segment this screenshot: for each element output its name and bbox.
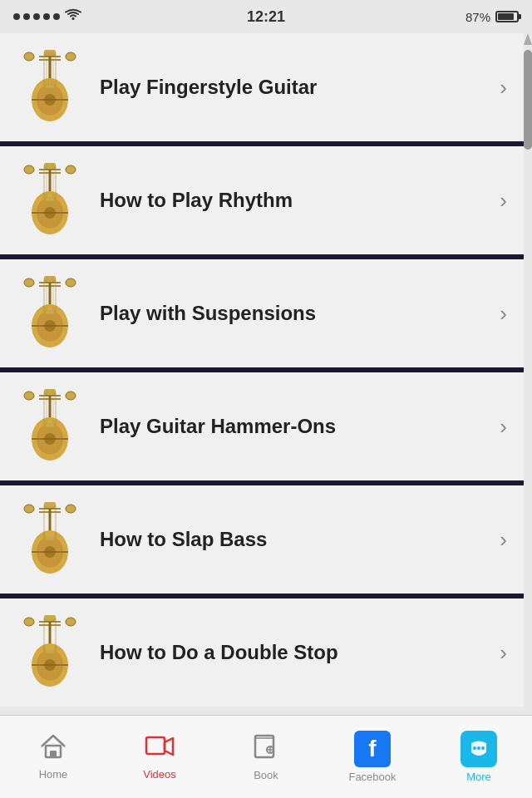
status-bar: 12:21 87% (0, 0, 532, 33)
item-title-5: How to Slap Bass (100, 526, 491, 552)
svg-point-31 (24, 165, 34, 174)
svg-rect-26 (46, 197, 54, 201)
time-display: 12:21 (247, 8, 285, 26)
scrollbar[interactable] (524, 33, 532, 715)
dot-4 (43, 13, 50, 20)
item-title-3: Play with Suspensions (100, 300, 491, 326)
list-item[interactable]: How to Slap Bass › (0, 485, 524, 594)
chevron-icon-4: › (500, 414, 507, 440)
tab-videos[interactable]: Videos (106, 716, 213, 798)
svg-point-61 (24, 392, 34, 400)
guitar-thumbnail (17, 159, 83, 242)
dot-1 (13, 13, 20, 20)
facebook-icon: f (354, 731, 391, 767)
svg-rect-34 (44, 276, 56, 283)
signal-dots (13, 13, 60, 20)
guitar-thumbnail (17, 611, 83, 694)
svg-rect-91 (146, 737, 165, 754)
svg-point-17 (66, 52, 76, 61)
battery-fill (498, 13, 514, 20)
svg-point-87 (24, 618, 34, 626)
svg-rect-77 (44, 615, 56, 622)
tab-facebook-label: Facebook (348, 771, 396, 783)
svg-rect-41 (46, 310, 54, 314)
svg-rect-84 (46, 649, 54, 653)
svg-rect-2 (44, 50, 56, 57)
list-container: Play Fingerstyle Guitar › (0, 33, 524, 715)
chevron-icon-3: › (500, 301, 507, 327)
svg-point-46 (24, 278, 34, 287)
battery-percentage: 87% (466, 10, 490, 24)
tab-bar: Home Videos Book f Facebook (0, 715, 532, 798)
tab-facebook[interactable]: f Facebook (319, 716, 426, 798)
svg-point-99 (481, 746, 485, 750)
svg-point-97 (473, 746, 476, 750)
svg-rect-19 (44, 163, 56, 170)
svg-rect-56 (46, 423, 54, 427)
more-icon (461, 731, 497, 767)
svg-rect-9 (46, 84, 54, 88)
tab-book[interactable]: Book (213, 716, 319, 798)
svg-point-98 (477, 746, 480, 750)
list-item[interactable]: How to Play Rhythm › (0, 146, 524, 254)
item-title-2: How to Play Rhythm (100, 187, 491, 213)
scroll-thumb[interactable] (524, 50, 532, 150)
dot-3 (33, 13, 40, 20)
book-icon (253, 733, 279, 766)
chevron-icon-6: › (500, 640, 507, 666)
tab-home[interactable]: Home (0, 716, 106, 798)
signal-area (13, 8, 81, 26)
svg-rect-71 (46, 536, 54, 540)
tab-videos-label: Videos (143, 768, 176, 781)
svg-point-47 (66, 278, 76, 287)
svg-point-16 (24, 52, 34, 61)
item-title-1: Play Fingerstyle Guitar (100, 74, 491, 100)
svg-point-0 (72, 17, 75, 20)
svg-point-74 (24, 505, 34, 513)
tab-book-label: Book (254, 769, 278, 781)
list-item[interactable]: Play Guitar Hammer-Ons › (0, 372, 524, 480)
guitar-thumbnail (17, 46, 83, 129)
guitar-thumbnail (17, 385, 83, 468)
svg-point-75 (66, 505, 76, 513)
videos-icon (145, 734, 175, 765)
guitar-thumbnail (17, 498, 83, 581)
svg-rect-49 (44, 389, 56, 396)
chevron-icon-5: › (500, 527, 507, 553)
list-item[interactable]: Play with Suspensions › (0, 259, 524, 367)
list-item[interactable]: How to Do a Double Stop › (0, 598, 524, 707)
dot-5 (53, 13, 60, 20)
wifi-icon (65, 8, 81, 26)
guitar-thumbnail (17, 272, 83, 355)
svg-point-62 (66, 392, 76, 400)
tab-more-label: More (466, 771, 491, 783)
tab-home-label: Home (39, 768, 68, 781)
list-item[interactable]: Play Fingerstyle Guitar › (0, 33, 524, 141)
tab-more[interactable]: More (426, 716, 532, 798)
battery-area: 87% (466, 10, 519, 24)
svg-rect-64 (44, 502, 56, 509)
home-icon (40, 734, 66, 765)
scroll-up-arrow[interactable] (524, 33, 532, 45)
svg-rect-90 (50, 751, 57, 757)
chevron-icon-1: › (500, 75, 507, 101)
item-title-4: Play Guitar Hammer-Ons (100, 413, 491, 439)
chevron-icon-2: › (500, 188, 507, 214)
svg-point-32 (66, 165, 76, 174)
svg-point-88 (66, 618, 76, 626)
battery-icon (495, 11, 519, 22)
dot-2 (23, 13, 30, 20)
item-title-6: How to Do a Double Stop (100, 639, 491, 665)
